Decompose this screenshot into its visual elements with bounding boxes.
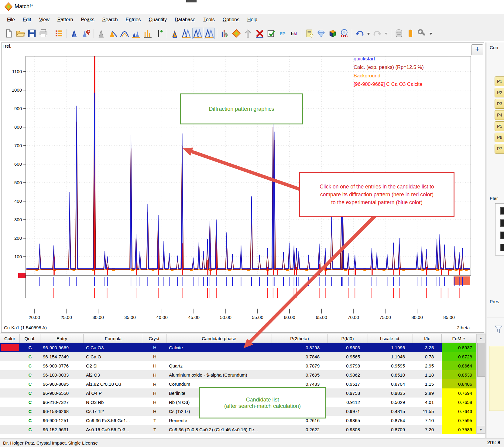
cell-iic: 0.78	[413, 352, 442, 361]
toolbar-print-button[interactable]	[38, 28, 49, 39]
preset-button-p7[interactable]: P7	[495, 144, 504, 154]
toolbar-separator	[94, 29, 94, 38]
toolbar-add-peak-button[interactable]	[154, 28, 165, 39]
toolbar-dropdown-button[interactable]	[428, 28, 434, 39]
cell-cryst: H	[143, 352, 166, 361]
menu-item-edit[interactable]: Edit	[19, 15, 35, 24]
svg-text:30.00: 30.00	[92, 315, 104, 320]
column-header-entry[interactable]: Entry	[40, 334, 84, 343]
cell-formula: O2 Si	[84, 361, 143, 370]
cell-iic: 1.18	[413, 370, 442, 379]
toolbar-save-button[interactable]	[26, 28, 37, 39]
menu-item-help[interactable]: Help	[243, 15, 261, 24]
toolbar-pattern-view-3-button[interactable]	[192, 28, 203, 39]
preset-button-p2[interactable]: P2	[495, 88, 504, 97]
chart-zoom-button[interactable]: +	[471, 44, 483, 55]
toolbar-peak-search-button[interactable]	[142, 28, 153, 39]
toolbar-peak-data-button[interactable]	[69, 28, 80, 39]
toolbar-fp-label-button[interactable]: FP	[277, 28, 288, 39]
cell-pi0: 0.9365	[327, 416, 368, 425]
toolbar-redo-button[interactable]	[372, 28, 383, 39]
toolbar-database-button[interactable]	[393, 28, 404, 39]
scroll-down-button[interactable]: ▼	[477, 426, 485, 434]
toolbar-pattern-view-2-button[interactable]	[181, 28, 192, 39]
preset-button-p1[interactable]: P1	[495, 76, 504, 86]
toolbar-peak-tools-button[interactable]	[81, 28, 91, 39]
toolbar-selection-check-button[interactable]	[266, 28, 276, 39]
menu-item-options[interactable]: Options	[219, 15, 243, 24]
svg-text:300: 300	[14, 217, 22, 222]
menu-item-tools[interactable]: Tools	[199, 15, 218, 24]
toolbar-navigate-arrow-button[interactable]	[242, 28, 253, 39]
svg-text:FP: FP	[279, 31, 285, 36]
column-header-color[interactable]: Color	[0, 334, 20, 343]
toolbar-dropdown-button[interactable]	[383, 28, 389, 39]
toolbar-column-config-button[interactable]	[405, 28, 416, 39]
toolbar-search-match-button[interactable]	[219, 28, 230, 39]
toolbar-new-document-button[interactable]	[3, 28, 14, 39]
column-header-fom[interactable]: FoM ▼	[442, 334, 476, 343]
element-checkbox[interactable]	[500, 219, 504, 227]
preset-button-p6[interactable]: P6	[495, 133, 504, 142]
candidate-row-96-152-9631[interactable]: C96-152-9631As0.16 Cu9.56 Fe3...TCu9.36 …	[0, 425, 485, 434]
column-header-cryst[interactable]: Cryst.	[143, 334, 166, 343]
cell-entry: 96-152-9631	[40, 425, 84, 434]
toolbar-smooth-profile-button[interactable]	[119, 28, 130, 39]
column-header-phase[interactable]: Candidate phase	[166, 334, 272, 343]
preset-button-p5[interactable]: P5	[495, 121, 504, 131]
toolbar-strip-ka2-button[interactable]	[108, 28, 118, 39]
cell-color	[0, 398, 20, 407]
toolbar-open-folder-button[interactable]	[15, 28, 26, 39]
toolbar-dropdown-button[interactable]	[366, 28, 371, 39]
candidate-row-96-154-7349[interactable]: C96-154-7349C Ca OH0.78480.95651.19460.7…	[0, 352, 485, 361]
toolbar-pattern-view-1-button[interactable]	[169, 28, 180, 39]
column-header-qual[interactable]: Qual.	[20, 334, 40, 343]
candidate-row-96-100-0033[interactable]: C96-100-0033Al2 O3HAluminium oxide - $-a…	[0, 370, 485, 379]
toolbar-settings-wrench-button[interactable]	[417, 28, 427, 39]
toolbar-separator	[167, 29, 167, 38]
cell-iscale: 1.1996	[368, 343, 413, 352]
candidate-row-96-900-9669[interactable]: C96-900-9669C Ca O3HCalcite0.82980.96031…	[0, 343, 485, 352]
column-header-iic[interactable]: I/Ic	[413, 334, 442, 343]
toolbar-report-button[interactable]	[304, 28, 315, 39]
menu-item-peaks[interactable]: Peaks	[77, 15, 98, 24]
toolbar-delete-entry-button[interactable]	[254, 28, 265, 39]
cell-formula: Al O4 P	[84, 388, 143, 398]
element-checkbox[interactable]	[500, 207, 504, 215]
filter-funnel-icon[interactable]	[494, 325, 503, 334]
scroll-up-button[interactable]: ▲	[477, 334, 485, 342]
toolbar-unit-cell-button[interactable]	[327, 28, 338, 39]
compare-note-line: to the experimental pattern (blue color)	[331, 198, 423, 206]
preset-button-p3[interactable]: P3	[495, 99, 504, 109]
menu-item-entries[interactable]: Entries	[122, 15, 145, 24]
toolbar-peak-list-button[interactable]	[53, 28, 64, 39]
toolbar-pattern-view-4-button[interactable]	[204, 28, 215, 39]
candidate-row-96-900-0776[interactable]: C96-900-0776O2 SiHQuartz0.78790.97980.95…	[0, 361, 485, 370]
column-header-iscale[interactable]: I scale fct.	[368, 334, 413, 343]
presets-label: Pres	[490, 299, 499, 304]
column-header-formula[interactable]: Formula	[84, 334, 143, 343]
column-header-pi0[interactable]: P(I/I0)	[327, 334, 368, 343]
toolbar-hkl-label-button[interactable]: hkl	[289, 28, 300, 39]
menu-item-database[interactable]: Database	[171, 15, 200, 24]
toolbar-undo-button[interactable]	[354, 28, 365, 39]
cell-qual: C	[20, 370, 40, 379]
menu-item-search[interactable]: Search	[98, 15, 122, 24]
toolbar-match-diamond-button[interactable]	[231, 28, 242, 39]
menu-item-quantify[interactable]: Quantify	[145, 15, 171, 24]
cell-color	[0, 361, 20, 370]
preset-button-p4[interactable]: P4	[495, 110, 504, 120]
menu-item-pattern[interactable]: Pattern	[53, 15, 77, 24]
toolbar-gem-button[interactable]	[316, 28, 327, 39]
scrollbar-thumb[interactable]	[477, 343, 485, 377]
table-scrollbar[interactable]: ▲ ▼	[476, 334, 485, 434]
column-header-p2theta[interactable]: P(2theta)	[272, 334, 327, 343]
menu-item-view[interactable]: View	[35, 15, 53, 24]
element-checkbox[interactable]	[500, 232, 504, 239]
menu-item-file[interactable]: File	[3, 15, 19, 24]
toolbar-subtract-background-button[interactable]	[131, 28, 142, 39]
toolbar-crystal-structure-button[interactable]	[339, 28, 350, 39]
element-checkbox[interactable]	[500, 244, 504, 251]
cell-fom: 0.7658	[442, 398, 476, 407]
toolbar-raw-data-peak-button[interactable]	[96, 28, 107, 39]
